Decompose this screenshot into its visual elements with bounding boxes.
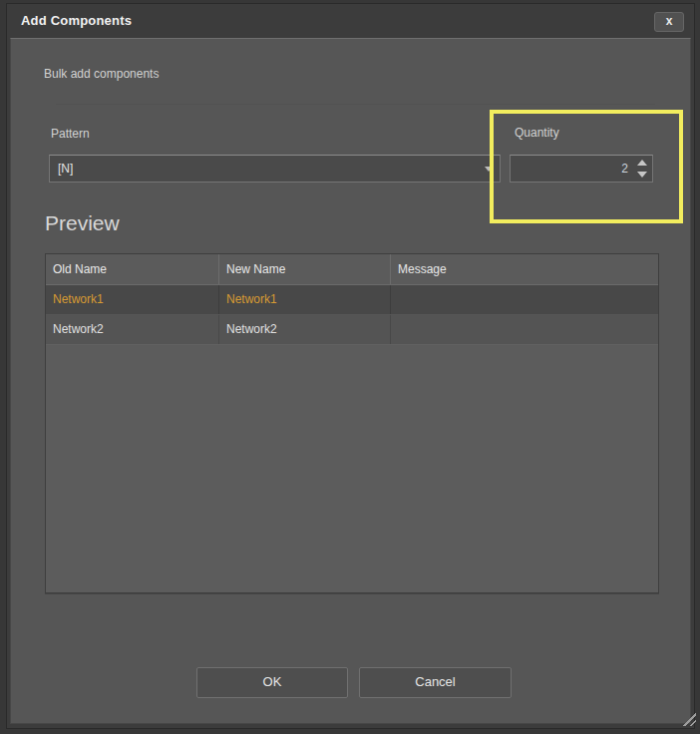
table-row[interactable]: Network1 Network1	[46, 285, 658, 315]
spinner-down-icon[interactable]	[637, 172, 647, 178]
pattern-value: [N]	[58, 162, 73, 176]
preview-heading: Preview	[45, 211, 120, 235]
dialog-titlebar[interactable]: Add Components x	[7, 4, 694, 38]
column-header-old-name[interactable]: Old Name	[46, 254, 219, 284]
cancel-button[interactable]: Cancel	[359, 667, 512, 698]
cell-new-name: Network1	[219, 285, 391, 314]
pattern-label: Pattern	[51, 127, 90, 141]
preview-table: Old Name New Name Message Network1 Netwo…	[45, 253, 659, 593]
cell-old-name: Network2	[46, 315, 219, 344]
section-divider	[56, 104, 655, 105]
table-header-row: Old Name New Name Message	[46, 254, 658, 285]
resize-grip-icon[interactable]	[681, 711, 696, 726]
close-icon: x	[666, 14, 673, 28]
cell-old-name: Network1	[46, 285, 219, 314]
pattern-dropdown[interactable]: [N]	[49, 155, 501, 183]
quantity-value: 2	[621, 162, 628, 176]
close-button[interactable]: x	[654, 12, 684, 32]
cell-new-name: Network2	[219, 315, 391, 344]
quantity-label: Quantity	[515, 126, 559, 140]
cell-message	[391, 315, 658, 344]
quantity-spinner	[635, 158, 649, 180]
column-header-message[interactable]: Message	[391, 254, 658, 284]
cell-message	[391, 285, 658, 314]
column-header-new-name[interactable]: New Name	[219, 254, 391, 284]
table-row[interactable]: Network2 Network2	[46, 315, 658, 345]
add-components-dialog: Add Components x Bulk add components Pat…	[6, 3, 695, 729]
ok-button[interactable]: OK	[196, 667, 348, 698]
dialog-title: Add Components	[21, 13, 132, 28]
dialog-body: Bulk add components Pattern [N] Quantity…	[10, 38, 691, 724]
chevron-down-icon	[485, 167, 493, 172]
section-label: Bulk add components	[44, 67, 159, 81]
spinner-up-icon[interactable]	[637, 160, 647, 166]
quantity-input[interactable]: 2	[510, 155, 653, 183]
